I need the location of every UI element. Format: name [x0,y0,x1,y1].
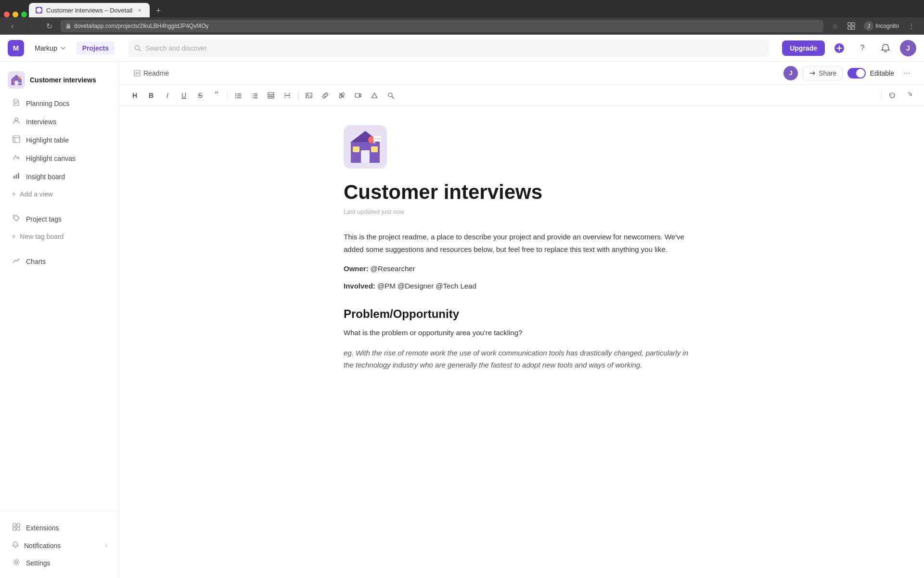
search-bar[interactable]: Search and discover [128,39,769,57]
maximize-traffic-light[interactable] [21,12,27,17]
sidebar-item-planning-docs[interactable]: Planning Docs [4,95,115,112]
format-underline-button[interactable]: U [176,88,192,103]
svg-rect-12 [14,81,18,85]
lock-icon [65,23,71,29]
markup-dropdown[interactable]: Markup [30,41,71,55]
toolbar-separator-2 [298,91,298,100]
sidebar-item-interviews[interactable]: Interviews [4,113,115,131]
involved-label: Involved: [344,282,375,290]
search-icon [134,44,141,52]
user-avatar[interactable]: J [900,40,916,56]
highlight-canvas-label: Highlight canvas [26,155,76,162]
help-button[interactable]: ? [854,39,871,57]
new-tag-board-label: New tag board [20,233,64,240]
browser-tab-active[interactable]: Customer interviews – Dovetail ✕ [29,3,150,17]
sidebar-item-highlight-canvas[interactable]: Highlight canvas [4,150,115,167]
project-house-icon [9,72,24,88]
readme-tab[interactable]: Readme [129,66,174,80]
svg-rect-46 [268,92,274,98]
doc-section-question: What is the problem or opportunity area … [344,327,700,339]
address-bar[interactable]: dovetailapp.com/projects/2lkuLBH4hggIdJP… [61,20,823,32]
format-divider-button[interactable] [280,88,295,103]
svg-point-57 [307,94,308,95]
share-label: Share [819,69,836,77]
undo-button[interactable] [885,88,900,103]
sidebar-item-charts[interactable]: Charts [4,253,115,270]
svg-text:3.: 3. [252,96,253,99]
svg-rect-25 [13,524,16,526]
tab-close-button[interactable]: ✕ [136,7,143,13]
format-video-button[interactable] [350,88,366,103]
project-tags-label: Project tags [26,215,62,223]
notifications-button[interactable] [877,39,894,57]
reload-button[interactable]: ↻ [42,19,56,33]
format-strikethrough-button[interactable]: S [192,88,208,103]
format-bold-button[interactable]: B [143,88,159,103]
format-shape-button[interactable] [367,88,382,103]
doc-involved-field: Involved: @PM @Designer @Tech Lead [344,280,700,292]
sidebar-item-extensions[interactable]: Extensions [4,519,115,537]
share-button[interactable]: Share [803,66,843,80]
add-view-button[interactable]: + Add a view [4,186,115,202]
new-tag-board-button[interactable]: + New tag board [4,229,115,244]
svg-point-24 [14,216,15,217]
bookmark-button[interactable]: ☆ [828,19,842,33]
link-icon [322,92,329,99]
sidebar-item-project-tags[interactable]: Project tags [4,210,115,228]
sidebar-item-notifications[interactable]: Notifications › [4,537,115,554]
profile-button[interactable]: J Incognito [861,19,902,33]
format-table-button[interactable] [263,88,279,103]
minimize-traffic-light[interactable] [13,12,18,17]
editable-toggle[interactable]: Editable [847,68,894,79]
format-unlink-button[interactable] [334,88,349,103]
incognito-label: Incognito [875,23,899,29]
forward-button[interactable]: › [24,19,38,33]
sidebar-item-highlight-table[interactable]: Highlight table [4,131,115,149]
editor-avatar: J [783,66,798,80]
top-nav: M Markup Projects Search and discover Up… [0,35,924,62]
notifications-label: Notifications [24,542,61,550]
format-unordered-list-button[interactable] [231,88,246,103]
upgrade-button[interactable]: Upgrade [782,40,825,56]
add-button[interactable] [831,39,848,57]
svg-point-70 [375,138,376,139]
svg-rect-23 [18,173,19,179]
redo-button[interactable] [901,88,916,103]
back-button[interactable]: ‹ [6,19,19,33]
tab-title: Customer interviews – Dovetail [46,7,132,14]
sidebar-item-insight-board[interactable]: Insight board [4,168,115,185]
add-view-label: Add a view [20,190,52,198]
charts-label: Charts [26,258,46,265]
format-search-button[interactable] [383,88,398,103]
browser-controls: ‹ › ↻ dovetailapp.com/projects/2lkuLBH4h… [0,17,924,35]
format-quote-button[interactable]: " [209,88,224,103]
format-toolbar: H B I U S " 1.2.3. [119,85,924,106]
hr-icon [284,92,291,99]
format-link-button[interactable] [318,88,333,103]
extension-button[interactable] [845,19,858,33]
planning-docs-label: Planning Docs [26,100,69,107]
share-icon [809,70,816,77]
format-h-button[interactable]: H [127,88,142,103]
editable-label: Editable [870,69,894,77]
svg-rect-27 [13,527,16,530]
toggle-switch[interactable] [847,68,866,79]
format-ordered-list-button[interactable]: 1.2.3. [247,88,262,103]
interviews-icon [12,117,21,127]
doc-last-updated: Last updated just now [344,208,700,215]
format-image-button[interactable] [301,88,317,103]
new-tab-button[interactable]: + [152,4,165,17]
insight-board-icon [12,172,21,182]
workspace-button[interactable]: M [8,40,24,56]
video-icon [355,92,361,99]
notifications-expand-icon: › [105,542,107,549]
menu-button[interactable]: ⋮ [905,19,918,33]
triangle-icon [371,92,378,99]
more-options-button[interactable]: ··· [899,66,914,81]
svg-rect-59 [355,93,359,97]
format-italic-button[interactable]: I [160,88,175,103]
svg-rect-65 [361,150,370,163]
projects-button[interactable]: Projects [77,41,115,55]
close-traffic-light[interactable] [4,12,10,17]
sidebar-item-settings[interactable]: Settings [4,554,115,572]
